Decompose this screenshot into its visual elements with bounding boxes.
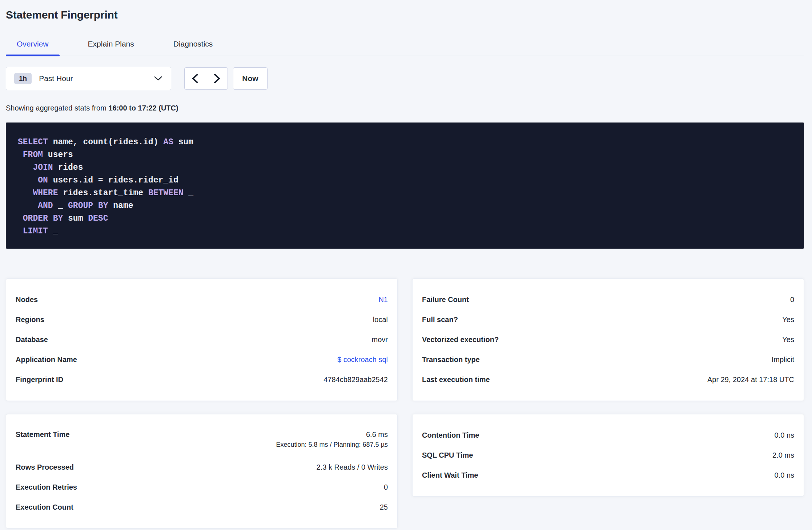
sql-text: rides.start_time xyxy=(58,188,148,198)
row-statement-time: Statement Time6.6 msExecution: 5.8 ms / … xyxy=(16,425,388,457)
row-client-wait-time: Client Wait Time0.0 ns xyxy=(422,465,794,485)
row-label: Failure Count xyxy=(422,296,469,304)
row-database: Databasemovr xyxy=(16,330,388,350)
row-label: Contention Time xyxy=(422,431,479,439)
execution-count-value: 25 xyxy=(380,503,388,511)
row-label: Statement Time xyxy=(16,430,70,439)
sql-line: ON users.id = rides.rider_id xyxy=(18,174,792,187)
sql-line: WHERE rides.start_time BETWEEN _ xyxy=(18,187,792,200)
time-range-badge: 1h xyxy=(14,73,32,84)
transaction-type-value: Implicit xyxy=(772,356,794,364)
sql-text xyxy=(18,201,38,210)
row-contention-time: Contention Time0.0 ns xyxy=(422,425,794,445)
row-value-group: $ cockroach sql xyxy=(337,356,388,364)
last-execution-time-value: Apr 29, 2024 at 17:18 UTC xyxy=(707,376,794,384)
row-label: Full scan? xyxy=(422,316,458,324)
contention-time-value: 0.0 ns xyxy=(775,431,794,439)
row-value-group: Yes xyxy=(782,336,794,344)
prev-time-button[interactable] xyxy=(185,68,206,89)
row-value-group: 0 xyxy=(790,296,794,304)
chevron-right-icon xyxy=(214,74,220,83)
time-range-dropdown[interactable]: 1h Past Hour xyxy=(6,67,171,90)
row-rows-processed: Rows Processed2.3 k Reads / 0 Writes xyxy=(16,457,388,477)
row-nodes: NodesN1 xyxy=(16,290,388,310)
time-pager xyxy=(184,67,228,90)
row-label: Rows Processed xyxy=(16,463,74,471)
row-value-group: Yes xyxy=(782,316,794,324)
row-value-group: 4784cb829aab2542 xyxy=(323,376,388,384)
statement-times-card: Statement Time6.6 msExecution: 5.8 ms / … xyxy=(6,414,398,529)
row-value-group: N1 xyxy=(378,296,388,304)
page-title: Statement Fingerprint xyxy=(6,9,804,21)
row-regions: Regionslocal xyxy=(16,310,388,330)
row-label: Last execution time xyxy=(422,376,490,384)
row-label: Database xyxy=(16,336,48,344)
client-wait-time-value: 0.0 ns xyxy=(775,471,794,479)
sql-keyword: AND xyxy=(38,201,53,210)
full-scan-value: Yes xyxy=(782,316,794,324)
sql-text xyxy=(18,150,23,160)
sql-keyword: JOIN xyxy=(33,163,53,172)
row-label: Client Wait Time xyxy=(422,471,478,479)
row-label: Fingerprint ID xyxy=(16,376,63,384)
row-fingerprint-id: Fingerprint ID4784cb829aab2542 xyxy=(16,370,388,390)
statement-fingerprint-page: Statement Fingerprint OverviewExplain Pl… xyxy=(0,0,812,530)
row-sql-cpu-time: SQL CPU Time2.0 ms xyxy=(422,445,794,465)
sql-line: FROM users xyxy=(18,149,792,161)
row-label: Vectorized execution? xyxy=(422,336,499,344)
sql-text: users.id = rides.rider_id xyxy=(48,176,178,185)
tab-diagnostics[interactable]: Diagnostics xyxy=(162,37,224,56)
time-toolbar: 1h Past Hour Now xyxy=(6,67,804,90)
next-time-button[interactable] xyxy=(206,68,228,89)
row-label: Execution Count xyxy=(16,503,73,511)
sql-keyword: BETWEEN xyxy=(148,188,184,198)
sql-text: sum xyxy=(63,214,88,223)
row-label: Execution Retries xyxy=(16,483,77,491)
row-label: Transaction type xyxy=(422,356,480,364)
row-value-group: 0.0 ns xyxy=(775,431,794,439)
nodes-link[interactable]: N1 xyxy=(378,296,388,304)
row-value-group: 2.0 ms xyxy=(772,451,794,459)
sql-text: users xyxy=(43,150,73,160)
sql-keyword: DESC xyxy=(88,214,108,223)
sql-text xyxy=(18,163,33,172)
chevron-down-icon xyxy=(154,76,162,81)
row-value-group: movr xyxy=(372,336,388,344)
sql-keyword: GROUP BY xyxy=(68,201,108,210)
row-value-group: Apr 29, 2024 at 17:18 UTC xyxy=(707,376,794,384)
failure-count-value: 0 xyxy=(790,296,794,304)
application-name-link[interactable]: $ cockroach sql xyxy=(337,356,388,364)
execution-attributes-card: Failure Count0Full scan?YesVectorized ex… xyxy=(412,278,804,401)
sql-text xyxy=(18,188,33,198)
stats-range: 16:00 to 17:22 (UTC) xyxy=(108,104,178,112)
sql-keyword: AS xyxy=(163,137,173,147)
sql-keyword: LIMIT xyxy=(23,226,48,236)
row-value-group: 0.0 ns xyxy=(775,471,794,479)
tab-overview[interactable]: Overview xyxy=(6,37,60,56)
time-range-label: Past Hour xyxy=(39,74,73,83)
tab-bar: OverviewExplain PlansDiagnostics xyxy=(6,37,804,56)
row-value-group: local xyxy=(373,316,388,324)
sql-text: _ xyxy=(48,226,58,236)
tab-explain-plans[interactable]: Explain Plans xyxy=(77,37,145,56)
rows-processed-value: 2.3 k Reads / 0 Writes xyxy=(317,463,388,471)
row-failure-count: Failure Count0 xyxy=(422,290,794,310)
summary-cards-grid: NodesN1RegionslocalDatabasemovrApplicati… xyxy=(6,278,804,530)
statement-time-breakdown: Execution: 5.8 ms / Planning: 687.5 µs xyxy=(276,441,388,449)
row-vectorized-execution: Vectorized execution?Yes xyxy=(422,330,794,350)
row-label: SQL CPU Time xyxy=(422,451,473,459)
row-label: Application Name xyxy=(16,356,77,364)
now-button[interactable]: Now xyxy=(233,67,268,90)
row-execution-retries: Execution Retries0 xyxy=(16,477,388,497)
row-value-group: 6.6 msExecution: 5.8 ms / Planning: 687.… xyxy=(276,430,388,449)
row-application-name: Application Name$ cockroach sql xyxy=(16,350,388,370)
sql-line: ORDER BY sum DESC xyxy=(18,212,792,225)
chevron-left-icon xyxy=(192,74,198,83)
sql-line: AND _ GROUP BY name xyxy=(18,200,792,212)
sql-text xyxy=(18,226,23,236)
sql-keyword: ORDER BY xyxy=(23,214,63,223)
row-value-group: Implicit xyxy=(772,356,794,364)
regions-value: local xyxy=(373,316,388,324)
sql-text: name, count(rides.id) xyxy=(48,137,163,147)
sql-text: sum xyxy=(173,137,193,147)
